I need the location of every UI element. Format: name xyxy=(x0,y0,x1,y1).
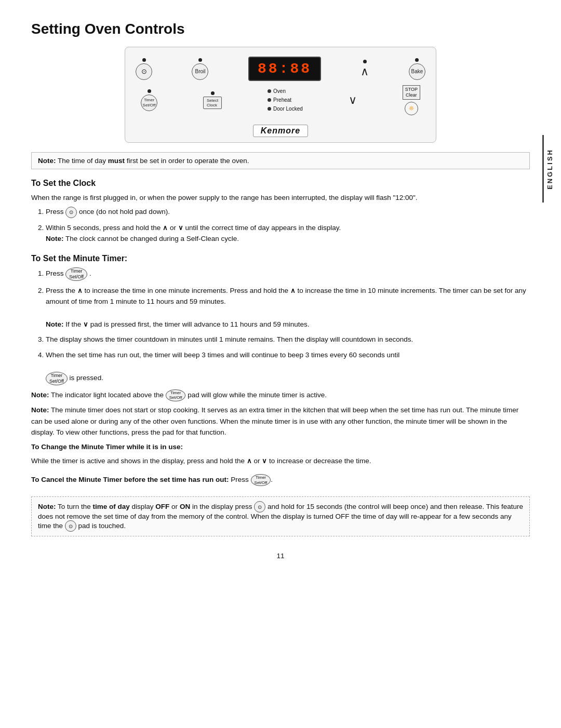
clock-sub-note-label: Note: xyxy=(46,235,64,242)
oven-indicators: Oven Preheat Door Locked xyxy=(268,87,303,113)
timer-btn-cancel: TimerSet/Off xyxy=(251,474,271,486)
select-clock-button: SelectClock xyxy=(203,91,222,109)
broil-button: Broil xyxy=(192,58,208,80)
timer-steps: Press TimerSet/Off . Press the ∧ to incr… xyxy=(46,267,530,385)
timer-note1: Note: The indicator light located above … xyxy=(31,389,530,401)
timer-sub-note-label: Note: xyxy=(46,320,64,328)
english-label: ENGLISH xyxy=(546,149,554,190)
oven-diagram: ⊙ Broil 88:88 ∧ Bake TimerSet/Off Select… xyxy=(125,47,436,143)
timer-btn-note1: TimerSet/Off xyxy=(166,389,186,401)
arrow-up-button: ∧ xyxy=(360,60,369,78)
page-title: Setting Oven Controls xyxy=(31,21,530,37)
cancel-timer-text: To Cancel the Minute Timer before the se… xyxy=(31,474,530,486)
bottom-note-clock-btn: ⊙ xyxy=(254,501,265,513)
bottom-note: Note: To turn the time of day display OF… xyxy=(31,496,530,536)
up-arrow-symbol: ∧ xyxy=(163,224,168,232)
oven-display: 88:88 xyxy=(248,57,321,81)
or-text: or xyxy=(170,224,176,232)
timer-btn-step4: TimerSet/Off xyxy=(46,372,68,385)
stop-clear-button: STOPClear xyxy=(403,85,420,100)
clock-intro: When the range is first plugged in, or w… xyxy=(31,192,530,204)
top-note: Note: The time of day must first be set … xyxy=(31,152,530,169)
clock-light-icon: ⊙ xyxy=(65,207,77,218)
timer-step-2: Press the ∧ to increase the time in one … xyxy=(46,285,530,330)
down-arrow-symbol: ∨ xyxy=(178,224,183,232)
oven-light-button: 🔆 xyxy=(405,102,418,115)
timer-step-1: Press TimerSet/Off . xyxy=(46,267,530,281)
arrow-down-button: ∨ xyxy=(349,93,357,107)
timer-step-3: The display shows the timer countdown in… xyxy=(46,334,530,345)
clock-step-2: Within 5 seconds, press and hold the ∧ o… xyxy=(46,222,530,245)
bottom-note-text: To turn the time of day display OFF or O… xyxy=(38,503,523,530)
note-text: The time of day must first be set in ord… xyxy=(58,157,249,165)
bake-button: Bake xyxy=(409,58,425,80)
clock-steps: Press ⊙ once (do not hold pad down). Wit… xyxy=(46,206,530,245)
note-label: Note: xyxy=(38,157,56,165)
clock-section-title: To Set the Clock xyxy=(31,179,530,188)
change-timer-title: To Change the Minute Timer while it is i… xyxy=(31,441,530,453)
timer-set-off-button: TimerSet/Off xyxy=(141,89,157,111)
timer-sub-note-text: If the ∨ pad is pressed first, the timer… xyxy=(65,320,309,328)
clock-step-1: Press ⊙ once (do not hold pad down). xyxy=(46,206,530,218)
timer-btn-step1: TimerSet/Off xyxy=(65,267,87,281)
page-number: 11 xyxy=(31,552,530,560)
or-text-2: or xyxy=(253,457,260,465)
bottom-note-label: Note: xyxy=(38,503,56,510)
bottom-note-clock-btn2: ⊙ xyxy=(65,520,76,532)
english-sidebar: ENGLISH xyxy=(542,135,556,203)
kenmore-logo: Kenmore xyxy=(253,125,308,137)
light-button: ⊙ xyxy=(136,58,152,80)
timer-note2: Note: The minute timer does not start or… xyxy=(31,405,530,438)
change-timer-text: While the timer is active and shows in t… xyxy=(31,455,530,467)
timer-step-4: When the set time has run out, the timer… xyxy=(46,349,530,385)
timer-section-title: To Set the Minute Timer: xyxy=(31,254,530,263)
clock-sub-note-text: The clock cannot be changed during a Sel… xyxy=(65,235,239,242)
